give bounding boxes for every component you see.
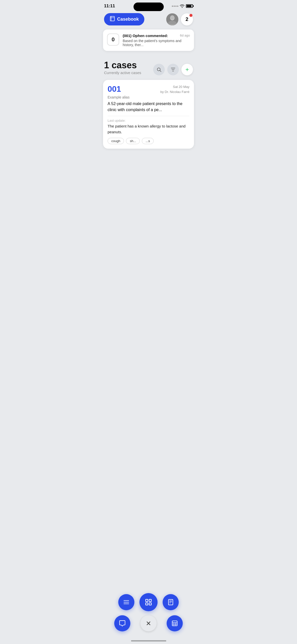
svg-line-8 [160,70,161,72]
add-icon: + [185,66,189,73]
tag-2[interactable]: sh... [126,138,140,144]
svg-point-6 [170,16,174,20]
notification-content: (001) Ophen commented: 6d ago Based on t… [123,34,190,47]
avatar[interactable] [166,13,178,25]
search-icon [156,67,161,72]
signal-icon [172,6,178,7]
cases-title-group: 1 cases Currently active cases [104,60,141,79]
status-time: 11:11 [104,4,115,9]
notification-time: 6d ago [180,34,190,37]
notification-header-row: (001) Ophen commented: 6d ago [123,34,190,38]
case-tags: cough sh... ...s [108,138,189,144]
notification-count: 2 [185,16,188,22]
search-button[interactable] [153,64,165,75]
case-author: by Dr. Nicolau Farré [160,89,189,94]
book-icon [110,16,115,22]
filter-icon [171,67,176,72]
casebook-label: Casebook [117,17,139,22]
case-card-header: 001 Sat 20 May by Dr. Nicolau Farré [108,84,189,94]
notification-title: (001) Ophen commented: [123,34,168,38]
filter-button[interactable] [167,64,179,75]
cases-header: 1 cases Currently active cases + [104,60,193,79]
header: Casebook 2 [99,11,198,29]
add-case-button[interactable]: + [181,64,193,75]
casebook-button[interactable]: Casebook [104,13,144,25]
cases-actions: + [153,64,193,75]
dynamic-island [134,3,164,11]
notification-badge[interactable]: 2 [181,13,193,25]
tag-cough[interactable]: cough [108,138,124,144]
notification-body: Based on the patient's symptoms and hist… [123,39,190,47]
case-date: Sat 20 May [160,84,189,89]
case-alias: Example alias [108,95,189,99]
cases-count: 1 cases [104,60,141,71]
status-bar: 11:11 [99,0,198,11]
cases-subtitle: Currently active cases [104,71,141,75]
battery-icon [186,4,193,8]
notification-card[interactable]: 0 (001) Ophen commented: 6d ago Based on… [103,29,194,51]
status-icons [172,4,193,8]
last-update-text: The patient has a known allergy to lacto… [108,123,189,135]
case-number: 001 [108,84,121,94]
wifi-icon [180,4,184,8]
cases-section: 1 cases Currently active cases + [99,56,198,79]
case-card[interactable]: 001 Sat 20 May by Dr. Nicolau Farré Exam… [103,80,194,149]
case-description: A 52-year-old male patient presents to t… [108,101,189,113]
case-divider [108,116,189,116]
last-update-label: Last update: [108,119,189,122]
notification-icon: 0 [107,34,119,46]
notification-dot [189,14,192,17]
header-right: 2 [166,13,193,25]
svg-rect-0 [110,16,114,21]
tag-3[interactable]: ...s [142,138,154,144]
case-date-author: Sat 20 May by Dr. Nicolau Farré [160,84,189,94]
avatar-image [166,13,178,25]
